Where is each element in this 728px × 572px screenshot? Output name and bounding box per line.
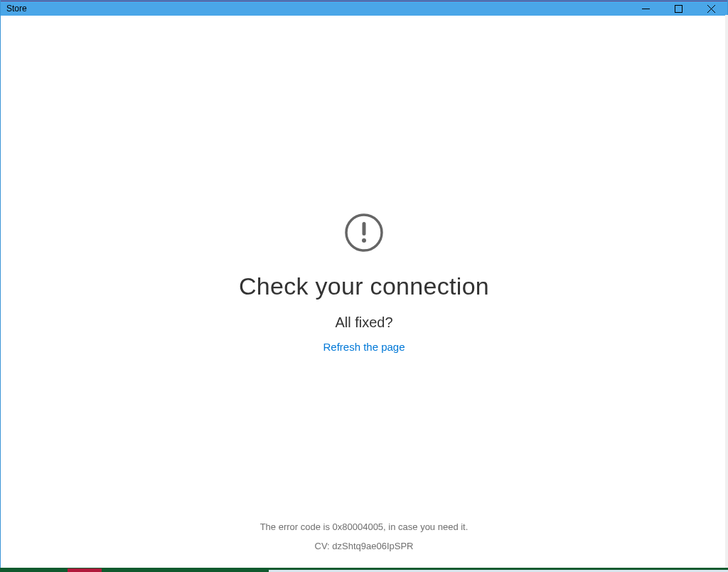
maximize-icon <box>675 5 682 13</box>
refresh-link[interactable]: Refresh the page <box>323 341 405 353</box>
close-icon <box>707 5 715 13</box>
error-footer: The error code is 0x80004005, in case yo… <box>1 521 727 551</box>
cv-code-text: CV: dzShtq9ae06IpSPR <box>1 541 727 551</box>
minimize-icon <box>642 5 650 13</box>
window-controls <box>629 1 727 16</box>
app-window: Store <box>0 0 728 572</box>
minimize-button[interactable] <box>629 1 662 16</box>
titlebar[interactable]: Store <box>1 1 727 16</box>
error-heading: Check your connection <box>239 272 489 300</box>
maximize-button[interactable] <box>662 1 695 16</box>
window-title: Store <box>6 4 27 14</box>
svg-point-6 <box>362 238 366 243</box>
content-area: Check your connection All fixed? Refresh… <box>1 16 727 571</box>
close-button[interactable] <box>695 1 727 16</box>
right-edge-sliver <box>725 15 728 568</box>
svg-rect-1 <box>675 5 682 12</box>
svg-rect-5 <box>362 222 365 235</box>
error-subheading: All fixed? <box>335 314 392 331</box>
error-code-text: The error code is 0x80004005, in case yo… <box>1 521 727 532</box>
alert-icon <box>344 213 384 253</box>
taskbar-red-segment <box>68 568 102 572</box>
error-message-block: Check your connection All fixed? Refresh… <box>239 213 489 353</box>
